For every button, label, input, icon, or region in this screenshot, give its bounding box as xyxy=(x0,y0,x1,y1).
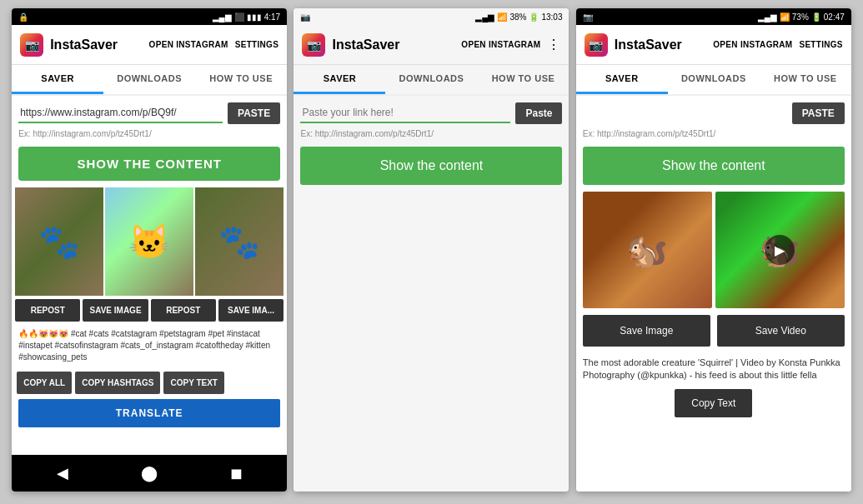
tab-how-to-use-3[interactable]: HOW TO USE xyxy=(760,65,851,94)
settings-btn-3[interactable]: SETTINGS xyxy=(799,40,842,49)
show-content-btn-3[interactable]: Show the content xyxy=(583,147,845,185)
phones-container: 🔒 ▂▄▆ ⬛ ▮▮▮ 4:17 📷 InstaSaver OPEN INSTA… xyxy=(0,0,863,504)
recent-btn-1[interactable]: ◼ xyxy=(230,464,243,482)
app-icon-3: 📷 xyxy=(583,12,593,22)
show-content-btn-1[interactable]: SHOW THE CONTENT xyxy=(18,147,280,181)
status-right-1: ▂▄▆ ⬛ ▮▮▮ 4:17 xyxy=(213,12,281,22)
paste-btn-2[interactable]: Paste xyxy=(515,102,562,124)
battery-icon: ▮▮▮ xyxy=(247,12,262,22)
repost-btn-2[interactable]: REPOST xyxy=(151,299,216,322)
example-text-2: Ex: http://instagram.com/p/tz45Drt1/ xyxy=(294,127,569,143)
show-content-btn-2[interactable]: Show the content xyxy=(300,147,562,185)
squirrel-image-left: 🐿️ xyxy=(583,192,712,308)
phone-3: 📷 ▂▄▆ 📶 73% 🔋 02:47 📷 InstaSaver OPEN IN… xyxy=(576,8,851,492)
images-row-1: 🐾 🐱 🐾 xyxy=(12,187,287,296)
app-bar-actions-3: OPEN INSTAGRAM SETTINGS xyxy=(713,40,843,49)
app-title-1: InstaSaver xyxy=(50,37,148,52)
app-logo-3: 📷 xyxy=(585,33,608,57)
tabs-3: SAVER DOWNLOADS HOW TO USE xyxy=(576,65,851,96)
translate-btn[interactable]: TRANSLATE xyxy=(18,399,280,427)
tabs-2: SAVER DOWNLOADS HOW TO USE xyxy=(294,65,569,96)
status-left-2: 📷 xyxy=(300,12,310,22)
url-input-1[interactable] xyxy=(18,103,223,123)
logo-icon-3: 📷 xyxy=(589,38,603,52)
app-logo-2: 📷 xyxy=(302,33,325,57)
status-bar-1: 🔒 ▂▄▆ ⬛ ▮▮▮ 4:17 xyxy=(12,8,287,25)
tab-saver-2[interactable]: SAVER xyxy=(294,65,385,94)
status-left-3: 📷 xyxy=(583,12,593,22)
phone-2: 📷 ▂▄▆ 📶 38% 🔋 13:03 📷 InstaSaver OPEN IN… xyxy=(294,8,569,492)
url-bar-1: PASTE xyxy=(12,96,287,127)
example-text-1: Ex: http://instagram.com/p/tz45Drt1/ xyxy=(12,127,287,143)
app-bar-1: 📷 InstaSaver OPEN INSTAGRAM SETTINGS xyxy=(12,25,287,65)
copy-buttons-1: COPY ALL COPY HASHTAGS COPY TEXT xyxy=(12,367,287,399)
squirrel-image-right: 🐿️ ▶ xyxy=(715,192,845,308)
url-bar-3: PASTE xyxy=(576,96,851,127)
battery-icon-2: 🔋 xyxy=(529,12,539,22)
app-icon-2: 📷 xyxy=(300,12,310,22)
more-options-icon-2[interactable]: ⋮ xyxy=(547,37,560,52)
url-input-2[interactable] xyxy=(300,103,510,123)
example-text-3: Ex: http://instagram.com/p/tz45Drt1/ xyxy=(576,127,851,143)
app-bar-actions-2: OPEN INSTAGRAM ⋮ xyxy=(461,37,560,52)
home-btn-1[interactable]: ⬤ xyxy=(141,464,158,482)
open-instagram-btn-3[interactable]: OPEN INSTAGRAM xyxy=(713,40,792,49)
wifi-icon: ⬛ xyxy=(234,12,244,22)
status-left-1: 🔒 xyxy=(18,12,28,22)
save-image-btn-1[interactable]: SAVE IMAGE xyxy=(83,299,148,322)
paste-btn-3[interactable]: PASTE xyxy=(792,102,845,124)
app-bar-3: 📷 InstaSaver OPEN INSTAGRAM SETTINGS xyxy=(576,25,851,65)
wifi-icon-3: 📶 xyxy=(780,12,790,22)
save-buttons-row: Save Image Save Video xyxy=(576,308,851,353)
time-3: 02:47 xyxy=(824,12,845,22)
phone-content-2: Paste Ex: http://instagram.com/p/tz45Drt… xyxy=(294,96,569,492)
squirrel-row: 🐿️ 🐿️ ▶ xyxy=(576,192,851,308)
settings-btn-1[interactable]: SETTINGS xyxy=(235,40,278,49)
battery-2: 38% xyxy=(509,12,526,22)
cat-silhouette-center: 🐱 xyxy=(105,187,193,296)
battery-3: 73% xyxy=(792,12,809,22)
cat-image-left: 🐾 xyxy=(15,187,103,296)
status-bar-2: 📷 ▂▄▆ 📶 38% 🔋 13:03 xyxy=(294,8,569,25)
wifi-icon-2: 📶 xyxy=(497,12,507,22)
tab-how-to-use-2[interactable]: HOW TO USE xyxy=(477,65,569,94)
back-btn-1[interactable]: ◀ xyxy=(57,464,68,482)
open-instagram-btn-2[interactable]: OPEN INSTAGRAM xyxy=(461,40,540,49)
repost-btn-1[interactable]: REPOST xyxy=(15,299,80,322)
save-video-btn[interactable]: Save Video xyxy=(717,315,845,347)
cat-image-center: 🐱 xyxy=(105,187,193,296)
app-title-2: InstaSaver xyxy=(332,37,461,52)
signal-icon-3: ▂▄▆ xyxy=(758,12,777,22)
play-icon[interactable]: ▶ xyxy=(765,235,795,265)
time-2: 13:03 xyxy=(541,12,562,22)
logo-icon-2: 📷 xyxy=(307,38,321,52)
open-instagram-btn-1[interactable]: OPEN INSTAGRAM xyxy=(149,40,228,49)
app-title-3: InstaSaver xyxy=(615,37,713,52)
phone-content-1: PASTE Ex: http://instagram.com/p/tz45Drt… xyxy=(12,96,287,455)
copy-all-btn[interactable]: COPY ALL xyxy=(17,372,72,394)
bottom-nav-1: ◀ ⬤ ◼ xyxy=(12,455,287,492)
signal-icon-2: ▂▄▆ xyxy=(475,12,494,22)
save-image-btn-3[interactable]: Save Image xyxy=(583,315,710,347)
status-right-3: ▂▄▆ 📶 73% 🔋 02:47 xyxy=(758,12,845,22)
copy-text-btn-3[interactable]: Copy Text xyxy=(675,389,752,417)
tab-saver-1[interactable]: SAVER xyxy=(12,65,103,94)
save-image-btn-2[interactable]: SAVE IMA... xyxy=(218,299,283,322)
action-buttons-1: REPOST SAVE IMAGE REPOST SAVE IMA... xyxy=(12,296,287,325)
copy-text-btn-1[interactable]: COPY TEXT xyxy=(163,372,224,394)
status-bar-3: 📷 ▂▄▆ 📶 73% 🔋 02:47 xyxy=(576,8,851,25)
tab-saver-3[interactable]: SAVER xyxy=(576,65,668,94)
tab-downloads-1[interactable]: DOWNLOADS xyxy=(103,65,195,94)
tab-downloads-3[interactable]: DOWNLOADS xyxy=(668,65,760,94)
phone-content-3: PASTE Ex: http://instagram.com/p/tz45Drt… xyxy=(576,96,851,492)
tab-how-to-use-1[interactable]: HOW TO USE xyxy=(195,65,287,94)
tab-downloads-2[interactable]: DOWNLOADS xyxy=(385,65,477,94)
time-1: 4:17 xyxy=(264,12,280,22)
paste-btn-1[interactable]: PASTE xyxy=(228,102,280,124)
signal-icon: ▂▄▆ xyxy=(213,12,232,22)
squirrel-silhouette-left: 🐿️ xyxy=(583,192,712,308)
lock-icon: 🔒 xyxy=(18,12,28,22)
copy-hashtags-btn[interactable]: COPY HASHTAGS xyxy=(75,372,160,394)
app-bar-actions-1: OPEN INSTAGRAM SETTINGS xyxy=(149,40,279,49)
battery-icon-3: 🔋 xyxy=(811,12,821,22)
